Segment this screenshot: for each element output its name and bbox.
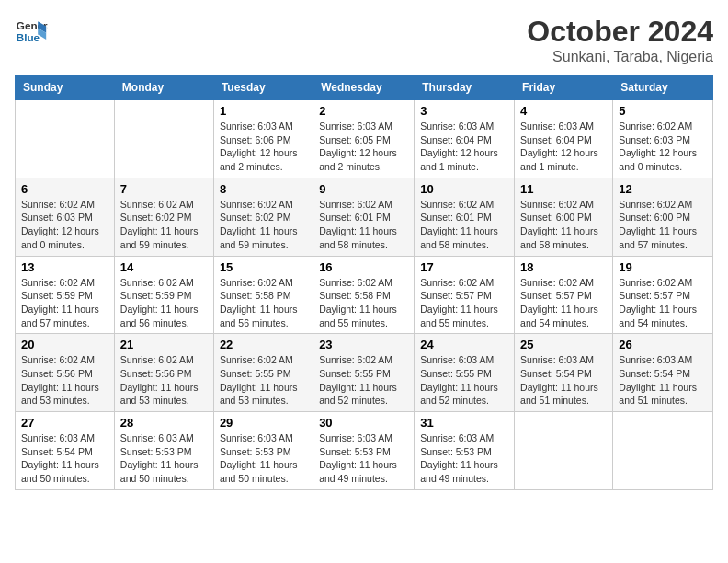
weekday-header-saturday: Saturday xyxy=(613,75,713,100)
location-subtitle: Sunkani, Taraba, Nigeria xyxy=(527,49,713,65)
calendar-cell: 28Sunrise: 6:03 AMSunset: 5:53 PMDayligh… xyxy=(114,412,213,490)
calendar-cell: 3Sunrise: 6:03 AMSunset: 6:04 PMDaylight… xyxy=(415,100,515,178)
calendar-cell: 25Sunrise: 6:03 AMSunset: 5:54 PMDayligh… xyxy=(515,334,613,412)
calendar-table: SundayMondayTuesdayWednesdayThursdayFrid… xyxy=(15,75,713,490)
day-number: 19 xyxy=(619,260,707,274)
page-header: General Blue October 2024 Sunkani, Tarab… xyxy=(15,15,713,65)
calendar-week-2: 6Sunrise: 6:02 AMSunset: 6:03 PMDaylight… xyxy=(16,178,713,256)
day-detail: Sunrise: 6:03 AMSunset: 5:53 PMDaylight:… xyxy=(220,431,307,486)
calendar-cell: 8Sunrise: 6:02 AMSunset: 6:02 PMDaylight… xyxy=(213,178,313,256)
calendar-week-1: 1Sunrise: 6:03 AMSunset: 6:06 PMDaylight… xyxy=(16,100,713,178)
day-detail: Sunrise: 6:02 AMSunset: 5:56 PMDaylight:… xyxy=(21,353,108,408)
day-number: 3 xyxy=(420,104,508,118)
weekday-header-tuesday: Tuesday xyxy=(213,75,313,100)
calendar-cell: 11Sunrise: 6:02 AMSunset: 6:00 PMDayligh… xyxy=(515,178,613,256)
calendar-week-4: 20Sunrise: 6:02 AMSunset: 5:56 PMDayligh… xyxy=(16,334,713,412)
calendar-cell: 24Sunrise: 6:03 AMSunset: 5:55 PMDayligh… xyxy=(415,334,515,412)
calendar-cell: 19Sunrise: 6:02 AMSunset: 5:57 PMDayligh… xyxy=(613,256,713,334)
calendar-cell: 13Sunrise: 6:02 AMSunset: 5:59 PMDayligh… xyxy=(16,256,115,334)
day-detail: Sunrise: 6:02 AMSunset: 6:00 PMDaylight:… xyxy=(619,198,707,252)
day-detail: Sunrise: 6:03 AMSunset: 5:55 PMDaylight:… xyxy=(420,353,508,408)
calendar-cell: 26Sunrise: 6:03 AMSunset: 5:54 PMDayligh… xyxy=(613,334,713,412)
calendar-cell: 1Sunrise: 6:03 AMSunset: 6:06 PMDaylight… xyxy=(213,100,313,178)
weekday-header-sunday: Sunday xyxy=(16,75,115,100)
day-detail: Sunrise: 6:02 AMSunset: 5:55 PMDaylight:… xyxy=(319,353,408,408)
day-detail: Sunrise: 6:02 AMSunset: 5:56 PMDaylight:… xyxy=(120,353,208,408)
day-detail: Sunrise: 6:02 AMSunset: 5:58 PMDaylight:… xyxy=(319,276,408,330)
day-number: 4 xyxy=(520,104,607,118)
calendar-cell: 10Sunrise: 6:02 AMSunset: 6:01 PMDayligh… xyxy=(415,178,515,256)
day-number: 31 xyxy=(420,416,508,430)
day-number: 17 xyxy=(420,260,508,274)
day-detail: Sunrise: 6:02 AMSunset: 6:01 PMDaylight:… xyxy=(420,198,508,252)
day-number: 25 xyxy=(520,338,607,351)
logo-icon: General Blue xyxy=(15,15,48,48)
day-detail: Sunrise: 6:02 AMSunset: 5:57 PMDaylight:… xyxy=(420,276,508,330)
calendar-cell: 9Sunrise: 6:02 AMSunset: 6:01 PMDaylight… xyxy=(313,178,415,256)
day-number: 15 xyxy=(220,260,307,274)
calendar-cell: 27Sunrise: 6:03 AMSunset: 5:54 PMDayligh… xyxy=(16,412,115,490)
day-number: 1 xyxy=(220,104,307,118)
calendar-cell: 23Sunrise: 6:02 AMSunset: 5:55 PMDayligh… xyxy=(313,334,415,412)
day-number: 20 xyxy=(21,338,108,351)
day-number: 2 xyxy=(319,104,408,118)
day-number: 6 xyxy=(21,182,108,196)
day-detail: Sunrise: 6:03 AMSunset: 5:54 PMDaylight:… xyxy=(619,353,707,408)
calendar-cell: 7Sunrise: 6:02 AMSunset: 6:02 PMDaylight… xyxy=(114,178,213,256)
day-detail: Sunrise: 6:02 AMSunset: 5:55 PMDaylight:… xyxy=(220,353,307,408)
calendar-cell xyxy=(16,100,115,178)
day-detail: Sunrise: 6:02 AMSunset: 6:01 PMDaylight:… xyxy=(319,198,408,252)
calendar-cell: 29Sunrise: 6:03 AMSunset: 5:53 PMDayligh… xyxy=(213,412,313,490)
calendar-cell: 16Sunrise: 6:02 AMSunset: 5:58 PMDayligh… xyxy=(313,256,415,334)
calendar-cell xyxy=(515,412,613,490)
day-detail: Sunrise: 6:02 AMSunset: 6:02 PMDaylight:… xyxy=(220,198,307,252)
title-block: October 2024 Sunkani, Taraba, Nigeria xyxy=(527,15,713,65)
day-detail: Sunrise: 6:02 AMSunset: 5:59 PMDaylight:… xyxy=(21,276,108,330)
day-detail: Sunrise: 6:03 AMSunset: 5:54 PMDaylight:… xyxy=(520,353,607,408)
day-number: 5 xyxy=(619,104,707,118)
weekday-header-friday: Friday xyxy=(515,75,613,100)
day-number: 27 xyxy=(21,416,108,430)
day-detail: Sunrise: 6:02 AMSunset: 6:03 PMDaylight:… xyxy=(619,120,707,174)
day-number: 28 xyxy=(120,416,208,430)
day-number: 21 xyxy=(120,338,208,351)
day-number: 16 xyxy=(319,260,408,274)
day-detail: Sunrise: 6:02 AMSunset: 5:57 PMDaylight:… xyxy=(520,276,607,330)
day-detail: Sunrise: 6:02 AMSunset: 6:00 PMDaylight:… xyxy=(520,198,607,252)
calendar-cell: 30Sunrise: 6:03 AMSunset: 5:53 PMDayligh… xyxy=(313,412,415,490)
day-number: 13 xyxy=(21,260,108,274)
calendar-cell xyxy=(114,100,213,178)
day-detail: Sunrise: 6:03 AMSunset: 6:05 PMDaylight:… xyxy=(319,120,408,174)
calendar-cell: 21Sunrise: 6:02 AMSunset: 5:56 PMDayligh… xyxy=(114,334,213,412)
day-number: 22 xyxy=(220,338,307,351)
calendar-cell: 5Sunrise: 6:02 AMSunset: 6:03 PMDaylight… xyxy=(613,100,713,178)
day-detail: Sunrise: 6:03 AMSunset: 6:04 PMDaylight:… xyxy=(520,120,607,174)
day-number: 7 xyxy=(120,182,208,196)
calendar-cell xyxy=(613,412,713,490)
calendar-cell: 18Sunrise: 6:02 AMSunset: 5:57 PMDayligh… xyxy=(515,256,613,334)
weekday-header-thursday: Thursday xyxy=(415,75,515,100)
day-detail: Sunrise: 6:02 AMSunset: 5:58 PMDaylight:… xyxy=(220,276,307,330)
day-number: 8 xyxy=(220,182,307,196)
calendar-cell: 12Sunrise: 6:02 AMSunset: 6:00 PMDayligh… xyxy=(613,178,713,256)
day-detail: Sunrise: 6:03 AMSunset: 5:53 PMDaylight:… xyxy=(120,431,208,486)
weekday-header-wednesday: Wednesday xyxy=(313,75,415,100)
calendar-week-3: 13Sunrise: 6:02 AMSunset: 5:59 PMDayligh… xyxy=(16,256,713,334)
calendar-cell: 6Sunrise: 6:02 AMSunset: 6:03 PMDaylight… xyxy=(16,178,115,256)
month-year-title: October 2024 xyxy=(527,15,713,49)
day-number: 23 xyxy=(319,338,408,351)
logo: General Blue xyxy=(15,15,48,48)
day-number: 29 xyxy=(220,416,307,430)
day-detail: Sunrise: 6:03 AMSunset: 5:53 PMDaylight:… xyxy=(420,431,508,486)
weekday-header-row: SundayMondayTuesdayWednesdayThursdayFrid… xyxy=(16,75,713,100)
calendar-cell: 2Sunrise: 6:03 AMSunset: 6:05 PMDaylight… xyxy=(313,100,415,178)
calendar-week-5: 27Sunrise: 6:03 AMSunset: 5:54 PMDayligh… xyxy=(16,412,713,490)
day-number: 10 xyxy=(420,182,508,196)
calendar-cell: 4Sunrise: 6:03 AMSunset: 6:04 PMDaylight… xyxy=(515,100,613,178)
day-detail: Sunrise: 6:03 AMSunset: 5:53 PMDaylight:… xyxy=(319,431,408,486)
day-number: 14 xyxy=(120,260,208,274)
calendar-cell: 17Sunrise: 6:02 AMSunset: 5:57 PMDayligh… xyxy=(415,256,515,334)
weekday-header-monday: Monday xyxy=(114,75,213,100)
calendar-cell: 31Sunrise: 6:03 AMSunset: 5:53 PMDayligh… xyxy=(415,412,515,490)
day-detail: Sunrise: 6:02 AMSunset: 6:02 PMDaylight:… xyxy=(120,198,208,252)
